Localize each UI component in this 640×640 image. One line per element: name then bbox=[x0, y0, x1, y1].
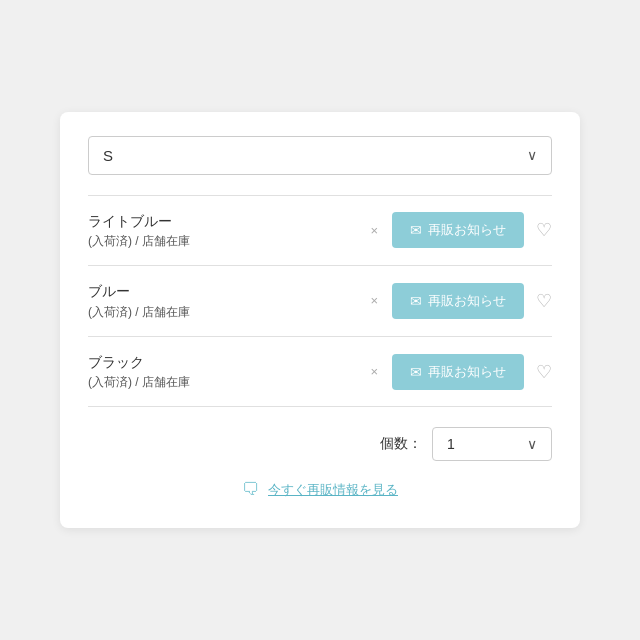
quantity-chevron-icon: ∨ bbox=[527, 436, 537, 452]
color-info-lightblue: ライトブルー (入荷済) / 店舗在庫 bbox=[88, 210, 356, 252]
color-name-black: ブラック bbox=[88, 351, 356, 373]
color-list: ライトブルー (入荷済) / 店舗在庫 × ✉ 再販お知らせ ♡ ブルー (入荷… bbox=[88, 195, 552, 408]
mail-icon-blue: ✉ bbox=[410, 293, 422, 309]
mail-icon: ✉ bbox=[410, 222, 422, 238]
notify-button-black[interactable]: ✉ 再販お知らせ bbox=[392, 354, 524, 390]
product-card: S ∨ ライトブルー (入荷済) / 店舗在庫 × ✉ 再販お知らせ ♡ ブルー… bbox=[60, 112, 580, 529]
heart-icon-lightblue[interactable]: ♡ bbox=[536, 219, 552, 241]
quantity-label: 個数： bbox=[380, 435, 422, 453]
color-row-lightblue: ライトブルー (入荷済) / 店舗在庫 × ✉ 再販お知らせ ♡ bbox=[88, 196, 552, 267]
notify-button-blue[interactable]: ✉ 再販お知らせ bbox=[392, 283, 524, 319]
color-status-blue: (入荷済) / 店舗在庫 bbox=[88, 303, 356, 322]
quantity-value: 1 bbox=[447, 436, 455, 452]
color-row-blue: ブルー (入荷済) / 店舗在庫 × ✉ 再販お知らせ ♡ bbox=[88, 266, 552, 337]
color-row-black: ブラック (入荷済) / 店舗在庫 × ✉ 再販お知らせ ♡ bbox=[88, 337, 552, 408]
color-info-blue: ブルー (入荷済) / 店舗在庫 bbox=[88, 280, 356, 322]
cross-icon-blue: × bbox=[370, 293, 378, 308]
notify-label-black: 再販お知らせ bbox=[428, 363, 506, 381]
restock-link[interactable]: 今すぐ再販情報を見る bbox=[268, 481, 398, 499]
color-status-black: (入荷済) / 店舗在庫 bbox=[88, 373, 356, 392]
color-name-blue: ブルー bbox=[88, 280, 356, 302]
notify-label-lightblue: 再販お知らせ bbox=[428, 221, 506, 239]
mail-icon-black: ✉ bbox=[410, 364, 422, 380]
notify-button-lightblue[interactable]: ✉ 再販お知らせ bbox=[392, 212, 524, 248]
heart-icon-blue[interactable]: ♡ bbox=[536, 290, 552, 312]
size-selector-label: S bbox=[103, 147, 113, 164]
cross-icon-black: × bbox=[370, 364, 378, 379]
restock-link-row: 🗨 今すぐ再販情報を見る bbox=[88, 479, 552, 500]
heart-icon-black[interactable]: ♡ bbox=[536, 361, 552, 383]
size-selector[interactable]: S ∨ bbox=[88, 136, 552, 175]
cross-icon-lightblue: × bbox=[370, 223, 378, 238]
color-info-black: ブラック (入荷済) / 店舗在庫 bbox=[88, 351, 356, 393]
quantity-selector[interactable]: 1 ∨ bbox=[432, 427, 552, 461]
restock-link-icon: 🗨 bbox=[242, 479, 260, 500]
notify-label-blue: 再販お知らせ bbox=[428, 292, 506, 310]
color-status-lightblue: (入荷済) / 店舗在庫 bbox=[88, 232, 356, 251]
color-name-lightblue: ライトブルー bbox=[88, 210, 356, 232]
quantity-row: 個数： 1 ∨ bbox=[88, 427, 552, 461]
chevron-down-icon: ∨ bbox=[527, 147, 537, 163]
